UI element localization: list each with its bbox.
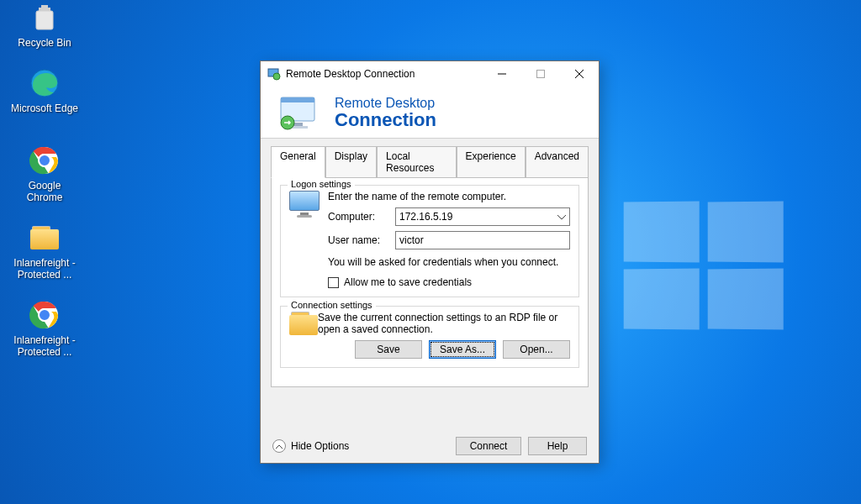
open-button[interactable]: Open...	[503, 340, 570, 359]
titlebar[interactable]: Remote Desktop Connection	[261, 61, 599, 87]
recycle-bin-icon	[27, 0, 62, 35]
svg-rect-18	[281, 97, 314, 102]
connection-hint: Save the current connection settings to …	[318, 312, 570, 335]
computer-icon	[289, 191, 320, 216]
desktop-icon-label: Recycle Bin	[10, 37, 79, 49]
dialog-footer: Hide Options Connect Help	[261, 429, 599, 463]
computer-label: Computer:	[328, 211, 387, 223]
tab-page-general: Logon settings Enter the name of the rem…	[271, 177, 589, 387]
tab-experience[interactable]: Experience	[457, 146, 526, 178]
save-credentials-label: Allow me to save credentials	[344, 276, 472, 288]
tab-local-resources[interactable]: Local Resources	[377, 146, 457, 178]
rdp-app-icon	[267, 67, 281, 81]
computer-value: 172.16.5.19	[399, 211, 452, 223]
group-label: Logon settings	[288, 179, 355, 189]
close-button[interactable]	[560, 61, 599, 87]
svg-rect-0	[36, 11, 53, 29]
folder-icon	[289, 312, 309, 335]
group-label: Connection settings	[288, 300, 376, 310]
hide-options-label: Hide Options	[291, 440, 349, 452]
window-title: Remote Desktop Connection	[286, 68, 483, 80]
save-as-button[interactable]: Save As...	[429, 340, 496, 359]
desktop-icon-label: Inlanefreight - Protected ...	[10, 334, 79, 358]
help-button[interactable]: Help	[528, 437, 587, 455]
hide-options-button[interactable]: Hide Options	[272, 439, 349, 453]
rdp-window: Remote Desktop Connection Remote Desktop…	[260, 60, 600, 464]
banner-line1: Remote Desktop	[335, 96, 436, 111]
desktop-icon-inlanefreight-2[interactable]: Inlanefreight - Protected ...	[10, 297, 79, 358]
desktop-icon-microsoft-edge[interactable]: Microsoft Edge	[10, 66, 79, 114]
desktop-icon-label: Inlanefreight - Protected ...	[10, 257, 79, 281]
windows-logo	[622, 202, 790, 336]
username-input[interactable]	[395, 231, 570, 249]
tab-display[interactable]: Display	[325, 146, 377, 178]
desktop-icon-google-chrome[interactable]: Google Chrome	[10, 143, 79, 203]
chevron-up-icon	[272, 439, 286, 453]
tabs: General Display Local Resources Experien…	[261, 139, 599, 177]
desktop-icon-label: Google Chrome	[10, 180, 79, 203]
tab-advanced[interactable]: Advanced	[526, 146, 589, 178]
banner: Remote Desktop Connection	[261, 87, 599, 139]
chevron-down-icon	[557, 211, 566, 223]
desktop-icon-recycle-bin[interactable]: Recycle Bin	[10, 0, 79, 49]
credentials-note: You will be asked for credentials when y…	[328, 256, 570, 268]
tab-general[interactable]: General	[271, 146, 325, 178]
logon-hint: Enter the name of the remote computer.	[328, 191, 570, 202]
svg-rect-2	[41, 5, 48, 8]
svg-point-12	[273, 73, 280, 80]
svg-rect-14	[537, 71, 545, 78]
connect-button[interactable]: Connect	[456, 437, 521, 455]
rdp-banner-icon	[276, 94, 323, 131]
chrome-icon	[27, 297, 62, 333]
folder-icon	[27, 220, 62, 255]
desktop-icon-label: Microsoft Edge	[10, 102, 79, 114]
group-connection-settings: Connection settings Save the current con…	[280, 306, 579, 368]
svg-rect-1	[39, 8, 50, 11]
chrome-icon	[27, 143, 62, 178]
maximize-button[interactable]	[521, 61, 560, 87]
banner-line2: Connection	[335, 111, 436, 129]
computer-combobox[interactable]: 172.16.5.19	[395, 207, 570, 226]
desktop-icon-inlanefreight-1[interactable]: Inlanefreight - Protected ...	[10, 220, 79, 281]
edge-icon	[27, 66, 62, 101]
save-button[interactable]: Save	[355, 340, 422, 359]
save-credentials-checkbox[interactable]	[328, 277, 339, 288]
group-logon-settings: Logon settings Enter the name of the rem…	[280, 185, 579, 297]
username-label: User name:	[328, 234, 387, 246]
minimize-button[interactable]	[483, 61, 521, 87]
